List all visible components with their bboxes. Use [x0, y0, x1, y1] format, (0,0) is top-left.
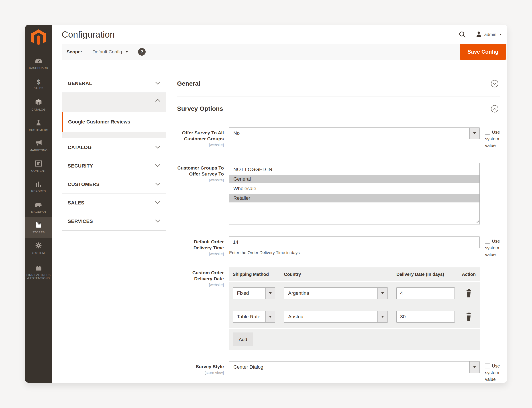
sidebar-divider [30, 260, 47, 260]
customer-group-option[interactable]: NOT LOGGED IN [229, 165, 480, 174]
chevron-down-icon [155, 164, 160, 168]
sidebar: DASHBOARD $ SALES CATALOG CUSTOMERS MARK… [25, 25, 52, 383]
col-delivery-days: Delivery Date (In days) [396, 272, 462, 277]
col-action: Action [462, 272, 476, 277]
default-delivery-time-input[interactable] [229, 237, 480, 248]
section-survey-options: Survey Options [177, 97, 500, 113]
field-default-delivery-time: Default Order Delivery Time [website] En… [177, 237, 500, 258]
country-select[interactable]: Argentina [284, 288, 388, 299]
dashboard-icon [35, 58, 42, 65]
nav-expanded-group: Google Customer Reviews [62, 93, 166, 138]
reports-icon [35, 181, 42, 188]
section-general: General [177, 74, 500, 97]
sidebar-item-stores[interactable]: STORES [25, 217, 52, 238]
survey-style-use-system[interactable]: Use system value [485, 361, 506, 383]
help-icon[interactable]: ? [138, 48, 146, 56]
scope-value: Default Config [92, 49, 122, 54]
table-add-row: Add [229, 329, 480, 350]
sidebar-item-customers[interactable]: CUSTOMERS [25, 115, 52, 136]
section-survey-options-title: Survey Options [177, 105, 223, 112]
sidebar-item-dashboard[interactable]: DASHBOARD [25, 54, 52, 74]
nav-section-sales-header[interactable]: SALES [62, 194, 166, 212]
scope-hint: [store view] [177, 371, 224, 375]
delivery-days-input[interactable] [396, 311, 455, 323]
sidebar-item-sales[interactable]: $ SALES [25, 74, 52, 94]
use-system-checkbox[interactable] [485, 130, 490, 135]
offer-survey-use-system[interactable]: Use system value [485, 128, 506, 149]
delete-row-button[interactable] [465, 289, 472, 298]
customer-group-option[interactable]: Wholesale [229, 184, 480, 193]
customer-groups-multiselect[interactable]: NOT LOGGED IN General Wholesale Retailer [229, 163, 480, 224]
admin-user-menu[interactable]: admin [475, 31, 502, 38]
chevron-down-icon [155, 201, 160, 205]
nav-section-services: SERVICES [62, 212, 166, 231]
nav-item-google-customer-reviews[interactable]: Google Customer Reviews [62, 112, 166, 132]
sales-icon: $ [37, 79, 41, 85]
admin-window: DASHBOARD $ SALES CATALOG CUSTOMERS MARK… [25, 25, 507, 383]
content-icon [35, 160, 42, 168]
offer-survey-select[interactable]: No [229, 128, 480, 139]
nav-section-security: SECURITY [62, 157, 166, 175]
nav-section-general-header[interactable]: GENERAL [62, 74, 166, 93]
select-arrow-icon [470, 362, 480, 373]
nav-section-sales: SALES [62, 194, 166, 212]
scope-switcher[interactable]: Default Config [92, 49, 128, 54]
shipping-method-select[interactable]: Fixed [233, 288, 275, 299]
sidebar-item-magefan[interactable]: MAGEFAN [25, 197, 52, 217]
marketing-icon [35, 140, 42, 147]
add-row-button[interactable]: Add [233, 332, 253, 346]
scope-label: Scope: [67, 49, 82, 54]
field-survey-style-label: Survey Style [store view] [177, 361, 224, 375]
shipping-method-select[interactable]: Table Rate [233, 311, 275, 323]
sidebar-item-content[interactable]: CONTENT [25, 156, 52, 176]
nav-section-customers-header[interactable]: CUSTOMERS [62, 175, 166, 194]
sidebar-item-reports[interactable]: REPORTS [25, 176, 52, 197]
use-system-checkbox[interactable] [485, 364, 490, 368]
use-system-checkbox[interactable] [485, 239, 490, 244]
country-select[interactable]: Austria [284, 311, 388, 323]
select-arrow-icon [265, 288, 275, 299]
field-survey-style: Survey Style [store view] Center Dialog … [177, 361, 500, 383]
field-custom-delivery-label: Custom Order Delivery Date [website] [177, 267, 224, 287]
main-area: Configuration admin Scope: [52, 25, 507, 383]
field-default-delivery-label: Default Order Delivery Time [website] [177, 237, 224, 256]
delete-row-button[interactable] [465, 312, 472, 321]
collapse-general-button[interactable] [491, 80, 499, 88]
nav-section-customers: CUSTOMERS [62, 175, 166, 194]
default-delivery-use-system[interactable]: Use system value [485, 237, 506, 258]
customer-group-option[interactable]: General [229, 174, 480, 184]
select-arrow-icon [265, 311, 275, 322]
sidebar-item-system[interactable]: SYSTEM [25, 238, 52, 258]
customer-group-option[interactable]: Retailer [229, 193, 480, 203]
magefan-icon [35, 201, 43, 209]
sidebar-item-marketing[interactable]: MARKETING [25, 136, 52, 156]
admin-user-label: admin [484, 32, 496, 37]
sidebar-item-find-partners[interactable]: FIND PARTNERS & EXTENSIONS [25, 262, 52, 282]
select-arrow-icon [470, 128, 480, 139]
nav-section-services-header[interactable]: SERVICES [62, 212, 166, 230]
chevron-up-circle-icon [491, 110, 499, 113]
nav-section-security-header[interactable]: SECURITY [62, 157, 166, 175]
survey-style-select[interactable]: Center Dialog [229, 361, 480, 373]
resize-handle-icon[interactable] [476, 220, 479, 224]
trash-icon [465, 295, 472, 298]
chevron-down-icon [155, 81, 160, 86]
collapse-survey-options-button[interactable] [491, 105, 499, 113]
trash-icon [465, 319, 472, 322]
config-nav: GENERAL Google Customer Reviews [62, 74, 166, 383]
delivery-days-input[interactable] [396, 288, 455, 299]
field-custom-delivery-date: Custom Order Delivery Date [website] Shi… [177, 267, 500, 350]
select-arrow-icon [377, 288, 387, 299]
scope-toolbar: Scope: Default Config ? Save Config [62, 44, 507, 60]
nav-section-catalog: CATALOG [62, 138, 166, 157]
sidebar-item-catalog[interactable]: CATALOG [25, 94, 52, 115]
nav-section-catalog-header[interactable]: CATALOG [62, 138, 166, 157]
magento-logo[interactable] [31, 25, 46, 50]
search-button[interactable] [459, 31, 466, 38]
field-offer-survey: Offer Survey To All Customer Groups [web… [177, 128, 500, 149]
nav-expanded-group-header[interactable] [62, 93, 166, 109]
scope-hint: [website] [177, 143, 224, 147]
scope-hint: [website] [177, 178, 224, 182]
system-icon [35, 242, 42, 250]
save-config-button[interactable]: Save Config [460, 44, 506, 60]
